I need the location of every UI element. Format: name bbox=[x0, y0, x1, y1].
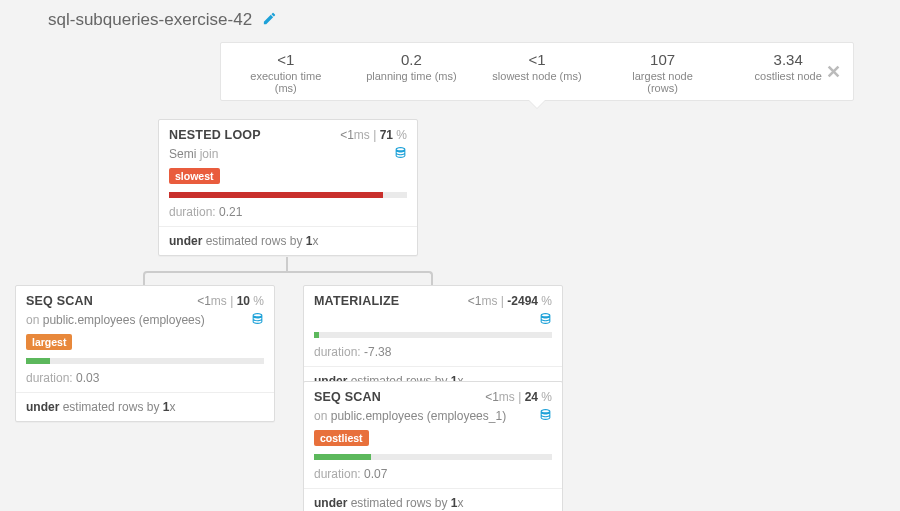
edit-title-icon[interactable] bbox=[262, 11, 277, 30]
duration-row: duration: 0.03 bbox=[16, 364, 274, 392]
node-title: SEQ SCAN bbox=[314, 390, 381, 404]
stat-label: largest node (rows) bbox=[616, 70, 710, 94]
node-subinfo: on public.employees (employees) bbox=[16, 312, 274, 334]
node-subinfo: on public.employees (employees_1) bbox=[304, 408, 562, 430]
costliest-tag: costliest bbox=[314, 430, 369, 446]
node-title: SEQ SCAN bbox=[26, 294, 93, 308]
database-icon[interactable] bbox=[539, 312, 552, 328]
duration-row: duration: -7.38 bbox=[304, 338, 562, 366]
stat-label: execution time (ms) bbox=[239, 70, 333, 94]
estimate-row: under estimated rows by 1x bbox=[304, 488, 562, 511]
stat-value: 0.2 bbox=[365, 51, 459, 68]
node-metrics: <1ms | 10 % bbox=[197, 294, 264, 308]
stat-planning-time: 0.2 planning time (ms) bbox=[365, 51, 459, 94]
stat-largest-node: 107 largest node (rows) bbox=[616, 51, 710, 94]
cost-bar bbox=[314, 332, 552, 338]
stat-label: slowest node (ms) bbox=[490, 70, 584, 82]
cost-bar bbox=[314, 454, 552, 460]
stat-value: 107 bbox=[616, 51, 710, 68]
database-icon[interactable] bbox=[394, 146, 407, 162]
node-header: SEQ SCAN <1ms | 24 % bbox=[304, 382, 562, 408]
duration-row: duration: 0.21 bbox=[159, 198, 417, 226]
plan-node-seq-scan-employees[interactable]: SEQ SCAN <1ms | 10 % on public.employees… bbox=[15, 285, 275, 422]
stat-value: <1 bbox=[239, 51, 333, 68]
connector bbox=[286, 257, 288, 271]
node-metrics: <1ms | -2494 % bbox=[468, 294, 552, 308]
plan-node-nested-loop[interactable]: NESTED LOOP <1ms | 71 % Semi join slowes… bbox=[158, 119, 418, 256]
estimate-row: under estimated rows by 1x bbox=[159, 226, 417, 255]
close-stats-icon[interactable]: ✕ bbox=[826, 61, 841, 83]
stat-costliest-node: 3.34 costliest node bbox=[741, 51, 835, 94]
page-title: sql-subqueries-exercise-42 bbox=[48, 10, 252, 30]
plan-canvas: NESTED LOOP <1ms | 71 % Semi join slowes… bbox=[0, 101, 900, 511]
cost-bar bbox=[26, 358, 264, 364]
duration-row: duration: 0.07 bbox=[304, 460, 562, 488]
stats-bar: <1 execution time (ms) 0.2 planning time… bbox=[220, 42, 854, 101]
estimate-row: under estimated rows by 1x bbox=[16, 392, 274, 421]
largest-tag: largest bbox=[26, 334, 72, 350]
node-title: MATERIALIZE bbox=[314, 294, 399, 308]
stat-label: costliest node bbox=[741, 70, 835, 82]
node-subinfo: Semi join bbox=[159, 146, 417, 168]
node-header: NESTED LOOP <1ms | 71 % bbox=[159, 120, 417, 146]
database-icon[interactable] bbox=[251, 312, 264, 328]
stat-slowest-node: <1 slowest node (ms) bbox=[490, 51, 584, 94]
stat-value: <1 bbox=[490, 51, 584, 68]
plan-node-materialize[interactable]: MATERIALIZE <1ms | -2494 % duration: -7.… bbox=[303, 285, 563, 396]
node-header: MATERIALIZE <1ms | -2494 % bbox=[304, 286, 562, 312]
stat-label: planning time (ms) bbox=[365, 70, 459, 82]
plan-node-seq-scan-employees-1[interactable]: SEQ SCAN <1ms | 24 % on public.employees… bbox=[303, 381, 563, 511]
stat-value: 3.34 bbox=[741, 51, 835, 68]
header-bar: sql-subqueries-exercise-42 bbox=[0, 0, 900, 36]
connector bbox=[143, 271, 433, 285]
database-icon[interactable] bbox=[539, 408, 552, 424]
stat-execution-time: <1 execution time (ms) bbox=[239, 51, 333, 94]
slowest-tag: slowest bbox=[169, 168, 220, 184]
node-subinfo bbox=[304, 312, 562, 330]
node-metrics: <1ms | 24 % bbox=[485, 390, 552, 404]
node-metrics: <1ms | 71 % bbox=[340, 128, 407, 142]
node-header: SEQ SCAN <1ms | 10 % bbox=[16, 286, 274, 312]
node-title: NESTED LOOP bbox=[169, 128, 261, 142]
cost-bar bbox=[169, 192, 407, 198]
